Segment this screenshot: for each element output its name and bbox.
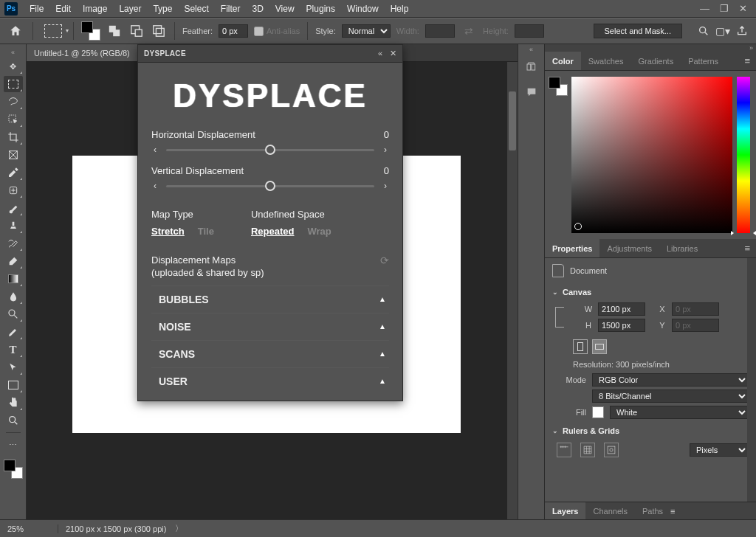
rulers-section-toggle[interactable]: ⌄ Rulers & Grids xyxy=(552,422,749,438)
lasso-tool[interactable] xyxy=(4,94,23,110)
orientation-portrait-button[interactable] xyxy=(573,339,588,354)
menu-layer[interactable]: Layer xyxy=(113,4,147,14)
fill-select[interactable]: White xyxy=(610,406,749,419)
v-slider[interactable] xyxy=(166,185,374,187)
dock-collapse-icon[interactable]: « xyxy=(518,44,544,55)
brush-tool[interactable] xyxy=(4,200,23,216)
color-field[interactable] xyxy=(571,77,732,233)
menu-image[interactable]: Image xyxy=(77,4,113,14)
tab-patterns[interactable]: Patterns xyxy=(681,52,726,70)
tab-swatches[interactable]: Swatches xyxy=(581,52,631,70)
frame-tool[interactable] xyxy=(4,147,23,163)
tab-layers[interactable]: Layers xyxy=(545,502,585,519)
move-tool[interactable]: ✥ xyxy=(4,58,23,75)
guides-toggle-icon[interactable] xyxy=(604,443,619,457)
fill-swatch[interactable] xyxy=(592,406,604,418)
add-to-selection-icon[interactable] xyxy=(106,23,123,39)
menu-filter[interactable]: Filter xyxy=(215,4,247,14)
clone-stamp-tool[interactable] xyxy=(4,218,23,234)
layers-panel-menu-icon[interactable]: ≡ xyxy=(670,507,675,516)
dodge-tool[interactable] xyxy=(4,306,23,322)
pen-tool[interactable] xyxy=(4,324,23,340)
tab-color[interactable]: Color xyxy=(545,52,581,70)
map-item-user[interactable]: USER ▲ xyxy=(151,367,389,395)
edit-toolbar-icon[interactable]: ⋯ xyxy=(4,437,23,453)
h-slider-increase[interactable]: › xyxy=(382,145,389,155)
v-slider-thumb[interactable] xyxy=(265,181,275,191)
map-item-noise[interactable]: NOISE ▲ xyxy=(151,313,389,340)
object-selection-tool[interactable] xyxy=(4,111,23,128)
orientation-landscape-button[interactable] xyxy=(592,339,607,354)
window-minimize-icon[interactable]: — xyxy=(700,3,709,14)
undefined-space-repeated[interactable]: Repeated xyxy=(251,226,295,237)
tab-channels[interactable]: Channels xyxy=(585,502,634,519)
eraser-tool[interactable] xyxy=(4,253,23,269)
hue-slider[interactable] xyxy=(737,77,750,233)
panel-collapse-icon[interactable]: » xyxy=(749,44,753,52)
select-and-mask-button[interactable]: Select and Mask... xyxy=(594,24,683,38)
grid-toggle-icon[interactable] xyxy=(580,443,595,457)
window-restore-icon[interactable]: ❐ xyxy=(720,3,729,14)
workspace-switcher-icon[interactable]: ▢▾ xyxy=(715,23,731,39)
tab-properties[interactable]: Properties xyxy=(545,239,599,257)
panel-close-icon[interactable]: ✕ xyxy=(390,49,396,58)
tab-libraries[interactable]: Libraries xyxy=(659,239,705,257)
undefined-space-wrap[interactable]: Wrap xyxy=(308,226,331,237)
panel-minimize-icon[interactable]: « xyxy=(378,49,382,58)
color-mode-select[interactable]: RGB Color xyxy=(592,373,749,387)
comments-panel-icon[interactable] xyxy=(522,83,541,102)
tab-adjustments[interactable]: Adjustments xyxy=(599,239,659,257)
menu-type[interactable]: Type xyxy=(147,4,178,14)
rulers-toggle-icon[interactable] xyxy=(557,443,571,457)
eyedropper-tool[interactable] xyxy=(4,164,23,181)
dysplace-panel-header[interactable]: DYSPLACE « ✕ xyxy=(138,45,402,63)
v-slider-increase[interactable]: › xyxy=(382,181,389,191)
color-panel-menu-icon[interactable]: ≡ xyxy=(738,55,756,66)
map-item-bubbles[interactable]: BUBBLES ▲ xyxy=(151,285,389,313)
map-item-scans[interactable]: SCANS ▲ xyxy=(151,340,389,367)
status-info-menu-icon[interactable]: 〉 xyxy=(175,523,183,534)
properties-scrollbar[interactable] xyxy=(747,258,756,502)
menu-file[interactable]: File xyxy=(24,4,49,14)
blur-tool[interactable] xyxy=(4,288,23,305)
toolbar-collapse-icon[interactable]: « xyxy=(0,47,26,58)
color-panel-swatch[interactable] xyxy=(549,77,568,96)
type-tool[interactable]: T xyxy=(4,342,23,358)
share-icon[interactable] xyxy=(734,23,750,39)
crop-tool[interactable] xyxy=(4,129,23,145)
menu-3d[interactable]: 3D xyxy=(246,4,269,14)
canvas-section-toggle[interactable]: ⌄ Canvas xyxy=(552,283,749,299)
h-slider-thumb[interactable] xyxy=(265,145,275,155)
gradient-tool[interactable] xyxy=(4,271,23,287)
h-slider[interactable] xyxy=(166,149,374,151)
menu-edit[interactable]: Edit xyxy=(49,4,77,14)
canvas-height-input[interactable] xyxy=(598,319,645,332)
canvas-width-input[interactable] xyxy=(598,302,645,316)
menu-view[interactable]: View xyxy=(269,4,300,14)
link-dimensions-icon[interactable] xyxy=(555,307,564,328)
document-tab[interactable]: Untitled-1 @ 25% (RGB/8) xyxy=(27,44,138,61)
canvas-scrollbar[interactable] xyxy=(507,62,518,519)
new-selection-icon[interactable] xyxy=(81,21,100,41)
search-icon[interactable] xyxy=(695,23,712,39)
zoom-tool[interactable] xyxy=(4,412,23,429)
shape-tool[interactable] xyxy=(4,377,23,393)
map-type-stretch[interactable]: Stretch xyxy=(151,226,185,237)
properties-panel-menu-icon[interactable]: ≡ xyxy=(738,243,756,254)
style-select[interactable]: Normal xyxy=(342,24,391,38)
zoom-level[interactable]: 25% xyxy=(7,524,49,533)
map-type-tile[interactable]: Tile xyxy=(198,226,214,237)
history-panel-icon[interactable] xyxy=(522,58,541,77)
foreground-background-swatch[interactable] xyxy=(4,460,23,479)
path-selection-tool[interactable] xyxy=(4,359,23,375)
tab-gradients[interactable]: Gradients xyxy=(630,52,681,70)
subtract-from-selection-icon[interactable] xyxy=(128,23,145,39)
tab-paths[interactable]: Paths xyxy=(635,502,670,519)
healing-brush-tool[interactable] xyxy=(4,182,23,198)
marquee-tool[interactable] xyxy=(4,76,23,92)
feather-input[interactable] xyxy=(219,24,248,38)
history-brush-tool[interactable] xyxy=(4,235,23,252)
v-slider-decrease[interactable]: ‹ xyxy=(151,181,159,191)
ruler-units-select[interactable]: Pixels xyxy=(690,443,749,457)
bit-depth-select[interactable]: 8 Bits/Channel xyxy=(592,389,749,403)
